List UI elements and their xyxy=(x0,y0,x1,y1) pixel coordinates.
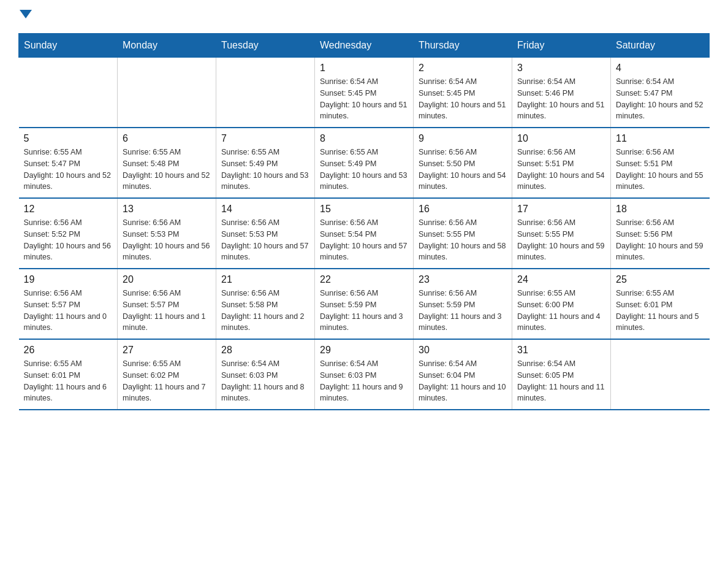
calendar-day-cell: 5Sunrise: 6:55 AM Sunset: 5:47 PM Daylig… xyxy=(19,128,118,198)
calendar-day-cell: 22Sunrise: 6:56 AM Sunset: 5:59 PM Dayli… xyxy=(315,269,414,339)
day-number: 3 xyxy=(517,63,605,74)
calendar-week-row: 12Sunrise: 6:56 AM Sunset: 5:52 PM Dayli… xyxy=(19,198,710,269)
day-number: 11 xyxy=(616,133,705,144)
calendar-day-cell: 13Sunrise: 6:56 AM Sunset: 5:53 PM Dayli… xyxy=(118,198,216,269)
calendar-day-cell: 16Sunrise: 6:56 AM Sunset: 5:55 PM Dayli… xyxy=(414,198,512,269)
day-info: Sunrise: 6:56 AM Sunset: 5:55 PM Dayligh… xyxy=(419,217,507,263)
day-number: 4 xyxy=(616,63,705,74)
day-info: Sunrise: 6:54 AM Sunset: 5:47 PM Dayligh… xyxy=(616,76,705,122)
day-number: 24 xyxy=(517,274,605,285)
day-number: 12 xyxy=(24,204,113,215)
day-header-wednesday: Wednesday xyxy=(315,34,414,58)
calendar-day-cell: 29Sunrise: 6:54 AM Sunset: 6:03 PM Dayli… xyxy=(315,339,414,410)
calendar-header-row: SundayMondayTuesdayWednesdayThursdayFrid… xyxy=(19,34,710,58)
calendar-day-cell: 2Sunrise: 6:54 AM Sunset: 5:45 PM Daylig… xyxy=(414,58,512,128)
day-header-sunday: Sunday xyxy=(19,34,118,58)
day-number: 23 xyxy=(419,274,507,285)
calendar-day-cell: 4Sunrise: 6:54 AM Sunset: 5:47 PM Daylig… xyxy=(611,58,710,128)
day-number: 17 xyxy=(517,204,605,215)
calendar-day-cell: 9Sunrise: 6:56 AM Sunset: 5:50 PM Daylig… xyxy=(414,128,512,198)
day-info: Sunrise: 6:56 AM Sunset: 5:53 PM Dayligh… xyxy=(123,217,211,263)
calendar-day-cell xyxy=(118,58,216,128)
calendar-week-row: 26Sunrise: 6:55 AM Sunset: 6:01 PM Dayli… xyxy=(19,339,710,410)
day-info: Sunrise: 6:54 AM Sunset: 5:45 PM Dayligh… xyxy=(419,76,507,122)
day-number: 16 xyxy=(419,204,507,215)
day-info: Sunrise: 6:54 AM Sunset: 5:45 PM Dayligh… xyxy=(320,76,408,122)
day-number: 10 xyxy=(517,133,605,144)
day-info: Sunrise: 6:55 AM Sunset: 6:01 PM Dayligh… xyxy=(24,358,113,404)
calendar-day-cell: 11Sunrise: 6:56 AM Sunset: 5:51 PM Dayli… xyxy=(611,128,710,198)
day-header-friday: Friday xyxy=(512,34,611,58)
day-info: Sunrise: 6:54 AM Sunset: 6:05 PM Dayligh… xyxy=(517,358,605,404)
calendar-day-cell: 28Sunrise: 6:54 AM Sunset: 6:03 PM Dayli… xyxy=(216,339,315,410)
calendar-day-cell: 3Sunrise: 6:54 AM Sunset: 5:46 PM Daylig… xyxy=(512,58,611,128)
day-number: 21 xyxy=(221,274,309,285)
day-info: Sunrise: 6:54 AM Sunset: 6:04 PM Dayligh… xyxy=(419,358,507,404)
calendar-day-cell xyxy=(216,58,315,128)
day-info: Sunrise: 6:56 AM Sunset: 5:53 PM Dayligh… xyxy=(221,217,309,263)
calendar-day-cell: 19Sunrise: 6:56 AM Sunset: 5:57 PM Dayli… xyxy=(19,269,118,339)
day-number: 29 xyxy=(320,345,408,356)
day-number: 30 xyxy=(419,345,507,356)
day-header-tuesday: Tuesday xyxy=(216,34,315,58)
day-number: 1 xyxy=(320,63,408,74)
day-info: Sunrise: 6:56 AM Sunset: 5:50 PM Dayligh… xyxy=(419,147,507,193)
day-number: 5 xyxy=(24,133,113,144)
day-info: Sunrise: 6:56 AM Sunset: 5:54 PM Dayligh… xyxy=(320,217,408,263)
day-info: Sunrise: 6:55 AM Sunset: 6:00 PM Dayligh… xyxy=(517,288,605,334)
day-info: Sunrise: 6:56 AM Sunset: 5:59 PM Dayligh… xyxy=(320,288,408,334)
day-info: Sunrise: 6:55 AM Sunset: 5:49 PM Dayligh… xyxy=(221,147,309,193)
day-info: Sunrise: 6:56 AM Sunset: 5:56 PM Dayligh… xyxy=(616,217,705,263)
day-number: 27 xyxy=(123,345,211,356)
calendar-day-cell: 17Sunrise: 6:56 AM Sunset: 5:55 PM Dayli… xyxy=(512,198,611,269)
day-info: Sunrise: 6:56 AM Sunset: 5:52 PM Dayligh… xyxy=(24,217,113,263)
day-number: 8 xyxy=(320,133,408,144)
day-number: 13 xyxy=(123,204,211,215)
day-number: 6 xyxy=(123,133,211,144)
calendar-week-row: 19Sunrise: 6:56 AM Sunset: 5:57 PM Dayli… xyxy=(19,269,710,339)
calendar-day-cell: 24Sunrise: 6:55 AM Sunset: 6:00 PM Dayli… xyxy=(512,269,611,339)
calendar-day-cell: 21Sunrise: 6:56 AM Sunset: 5:58 PM Dayli… xyxy=(216,269,315,339)
calendar-week-row: 5Sunrise: 6:55 AM Sunset: 5:47 PM Daylig… xyxy=(19,128,710,198)
calendar-day-cell: 14Sunrise: 6:56 AM Sunset: 5:53 PM Dayli… xyxy=(216,198,315,269)
day-info: Sunrise: 6:56 AM Sunset: 5:57 PM Dayligh… xyxy=(24,288,113,334)
calendar-day-cell xyxy=(611,339,710,410)
day-info: Sunrise: 6:56 AM Sunset: 5:55 PM Dayligh… xyxy=(517,217,605,263)
calendar-day-cell: 8Sunrise: 6:55 AM Sunset: 5:49 PM Daylig… xyxy=(315,128,414,198)
day-info: Sunrise: 6:55 AM Sunset: 6:01 PM Dayligh… xyxy=(616,288,705,334)
day-header-thursday: Thursday xyxy=(414,34,512,58)
day-header-monday: Monday xyxy=(118,34,216,58)
day-number: 14 xyxy=(221,204,309,215)
day-number: 28 xyxy=(221,345,309,356)
day-info: Sunrise: 6:56 AM Sunset: 5:58 PM Dayligh… xyxy=(221,288,309,334)
day-number: 22 xyxy=(320,274,408,285)
calendar-day-cell: 15Sunrise: 6:56 AM Sunset: 5:54 PM Dayli… xyxy=(315,198,414,269)
calendar-day-cell xyxy=(19,58,118,128)
calendar-day-cell: 20Sunrise: 6:56 AM Sunset: 5:57 PM Dayli… xyxy=(118,269,216,339)
day-number: 25 xyxy=(616,274,705,285)
day-info: Sunrise: 6:54 AM Sunset: 6:03 PM Dayligh… xyxy=(221,358,309,404)
calendar-week-row: 1Sunrise: 6:54 AM Sunset: 5:45 PM Daylig… xyxy=(19,58,710,128)
day-number: 15 xyxy=(320,204,408,215)
calendar-day-cell: 1Sunrise: 6:54 AM Sunset: 5:45 PM Daylig… xyxy=(315,58,414,128)
day-info: Sunrise: 6:54 AM Sunset: 5:46 PM Dayligh… xyxy=(517,76,605,122)
day-info: Sunrise: 6:55 AM Sunset: 5:49 PM Dayligh… xyxy=(320,147,408,193)
day-info: Sunrise: 6:55 AM Sunset: 5:47 PM Dayligh… xyxy=(24,147,113,193)
calendar-day-cell: 10Sunrise: 6:56 AM Sunset: 5:51 PM Dayli… xyxy=(512,128,611,198)
calendar-day-cell: 23Sunrise: 6:56 AM Sunset: 5:59 PM Dayli… xyxy=(414,269,512,339)
page-header xyxy=(18,12,710,21)
calendar-day-cell: 26Sunrise: 6:55 AM Sunset: 6:01 PM Dayli… xyxy=(19,339,118,410)
calendar-day-cell: 6Sunrise: 6:55 AM Sunset: 5:48 PM Daylig… xyxy=(118,128,216,198)
calendar-day-cell: 31Sunrise: 6:54 AM Sunset: 6:05 PM Dayli… xyxy=(512,339,611,410)
day-number: 18 xyxy=(616,204,705,215)
day-header-saturday: Saturday xyxy=(611,34,710,58)
day-info: Sunrise: 6:56 AM Sunset: 5:57 PM Dayligh… xyxy=(123,288,211,334)
calendar-day-cell: 27Sunrise: 6:55 AM Sunset: 6:02 PM Dayli… xyxy=(118,339,216,410)
logo xyxy=(18,12,32,21)
calendar-table: SundayMondayTuesdayWednesdayThursdayFrid… xyxy=(18,33,710,410)
day-number: 19 xyxy=(24,274,113,285)
day-info: Sunrise: 6:55 AM Sunset: 6:02 PM Dayligh… xyxy=(123,358,211,404)
day-info: Sunrise: 6:54 AM Sunset: 6:03 PM Dayligh… xyxy=(320,358,408,404)
day-info: Sunrise: 6:56 AM Sunset: 5:51 PM Dayligh… xyxy=(616,147,705,193)
day-number: 26 xyxy=(24,345,113,356)
